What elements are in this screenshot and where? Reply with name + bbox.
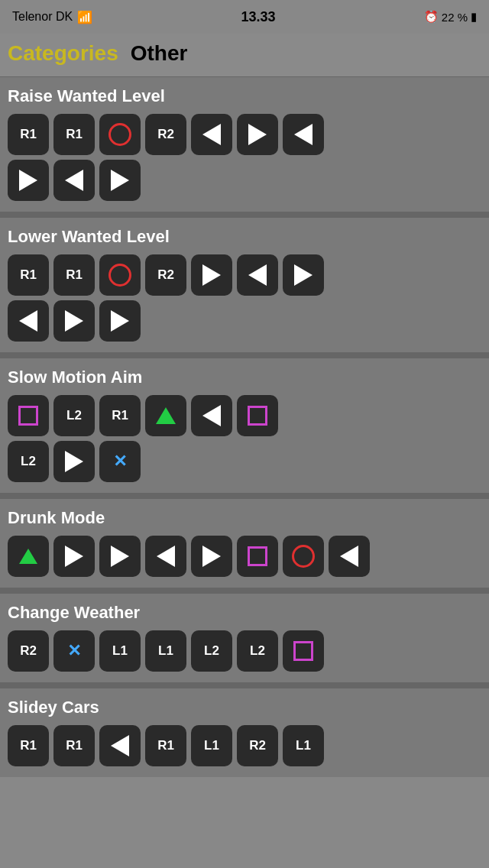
btn-tri-right-lw2[interactable]: [283, 254, 324, 296]
divider-1: [0, 212, 489, 218]
btn-tri-right-2[interactable]: [8, 160, 49, 201]
divider-2: [0, 352, 489, 358]
buttons-row-3b: L2 ✕: [8, 441, 481, 482]
cheat-lower-wanted: Lower Wanted Level R1 R1 R2: [0, 218, 489, 352]
btn-R2[interactable]: R2: [145, 114, 186, 155]
btn-R2-cw[interactable]: R2: [8, 630, 49, 672]
btn-tri-right-3[interactable]: [99, 160, 141, 201]
wifi-icon: 📶: [77, 10, 92, 24]
btn-square-purple-sm2[interactable]: [237, 395, 278, 436]
btn-R1-lw1[interactable]: R1: [8, 254, 49, 296]
battery-icon: ▮: [471, 10, 477, 24]
cheat-title-drunk: Drunk Mode: [8, 508, 481, 528]
btn-tri-left-3[interactable]: [53, 160, 95, 201]
cheat-title-lower-wanted: Lower Wanted Level: [8, 227, 481, 247]
btn-L1-cw1[interactable]: L1: [99, 630, 141, 672]
btn-x-blue-sm[interactable]: ✕: [99, 441, 141, 482]
categories-link[interactable]: Categories: [8, 41, 118, 66]
cheat-raise-wanted: Raise Wanted Level R1 R1 R2: [0, 77, 489, 212]
btn-R1-sc1[interactable]: R1: [8, 725, 49, 766]
time-display: 13.33: [241, 9, 275, 25]
btn-L1-cw2[interactable]: L1: [145, 630, 186, 672]
page-title: Other: [131, 41, 188, 66]
btn-L2-cw1[interactable]: L2: [191, 630, 232, 672]
buttons-row-2b: [8, 300, 481, 342]
buttons-row-4a: [8, 536, 481, 577]
btn-square-purple-cw[interactable]: [283, 630, 324, 672]
btn-tri-left-2[interactable]: [283, 114, 324, 155]
btn-tri-right-dm3[interactable]: [191, 536, 232, 577]
btn-tri-right-sm1[interactable]: [53, 441, 95, 482]
carrier-text: Telenor DK: [12, 10, 73, 24]
btn-R1-sm[interactable]: R1: [99, 395, 141, 436]
btn-square-purple-dm[interactable]: [237, 536, 278, 577]
cheat-slidey-cars: Slidey Cars R1 R1 R1 L1 R2 L1: [0, 688, 489, 777]
btn-R1[interactable]: R1: [8, 114, 49, 155]
btn-L1-sc2[interactable]: L1: [283, 725, 324, 766]
btn-tri-left-dm1[interactable]: [145, 536, 186, 577]
btn-triangle-green-dm[interactable]: [8, 536, 49, 577]
btn-L2-sm1[interactable]: L2: [53, 395, 95, 436]
btn-tri-right-lw3[interactable]: [53, 300, 95, 342]
status-bar: Telenor DK 📶 13.33 ⏰ 22 % ▮: [0, 0, 489, 34]
app-header: Categories Other: [0, 34, 489, 77]
buttons-row-5a: R2 ✕ L1 L1 L2 L2: [8, 630, 481, 672]
btn-tri-right-lw1[interactable]: [191, 254, 232, 296]
status-left: Telenor DK 📶: [12, 10, 92, 24]
btn-circle-red-lw[interactable]: [99, 254, 141, 296]
btn-tri-left-sc1[interactable]: [99, 725, 141, 766]
btn-tri-right-dm2[interactable]: [99, 536, 141, 577]
btn-R1-lw2[interactable]: R1: [53, 254, 95, 296]
btn-circle-red-1[interactable]: [99, 114, 141, 155]
btn-R1b[interactable]: R1: [53, 114, 95, 155]
btn-tri-right-1[interactable]: [237, 114, 278, 155]
btn-square-purple-sm1[interactable]: [8, 395, 49, 436]
buttons-row-2a: R1 R1 R2: [8, 254, 481, 296]
cheat-title-weather: Change Weather: [8, 603, 481, 623]
cheat-title-slow-motion: Slow Motion Aim: [8, 368, 481, 387]
clock-icon: ⏰: [424, 10, 439, 24]
status-right: ⏰ 22 % ▮: [424, 10, 477, 24]
btn-tri-left-lw2[interactable]: [8, 300, 49, 342]
btn-L2-cw2[interactable]: L2: [237, 630, 278, 672]
btn-L1-sc[interactable]: L1: [191, 725, 232, 766]
cheat-change-weather: Change Weather R2 ✕ L1 L1 L2 L2: [0, 594, 489, 682]
btn-R2-sc[interactable]: R2: [237, 725, 278, 766]
btn-R2-lw[interactable]: R2: [145, 254, 186, 296]
cheat-drunk-mode: Drunk Mode: [0, 499, 489, 588]
buttons-row-6a: R1 R1 R1 L1 R2 L1: [8, 725, 481, 766]
btn-circle-red-dm[interactable]: [283, 536, 324, 577]
btn-tri-left-sm1[interactable]: [191, 395, 232, 436]
btn-tri-right-dm1[interactable]: [53, 536, 95, 577]
buttons-row-1b: [8, 160, 481, 201]
buttons-row-1a: R1 R1 R2: [8, 114, 481, 155]
btn-x-blue-cw[interactable]: ✕: [53, 630, 95, 672]
btn-L2-sm2[interactable]: L2: [8, 441, 49, 482]
btn-tri-right-lw4[interactable]: [99, 300, 141, 342]
btn-tri-left-1[interactable]: [191, 114, 232, 155]
cheat-slow-motion: Slow Motion Aim L2 R1 L2 ✕: [0, 358, 489, 493]
btn-tri-left-dm2[interactable]: [329, 536, 370, 577]
cheat-title-raise-wanted: Raise Wanted Level: [8, 86, 481, 106]
cheat-list: Raise Wanted Level R1 R1 R2 Lower Wanted…: [0, 77, 489, 777]
btn-R1-sc3[interactable]: R1: [145, 725, 186, 766]
divider-5: [0, 682, 489, 688]
divider-3: [0, 493, 489, 499]
btn-triangle-green-sm[interactable]: [145, 395, 186, 436]
btn-tri-left-lw1[interactable]: [237, 254, 278, 296]
battery-text: 22 %: [442, 11, 468, 24]
btn-R1-sc2[interactable]: R1: [53, 725, 95, 766]
cheat-title-slidey: Slidey Cars: [8, 698, 481, 717]
divider-4: [0, 588, 489, 594]
buttons-row-3a: L2 R1: [8, 395, 481, 436]
